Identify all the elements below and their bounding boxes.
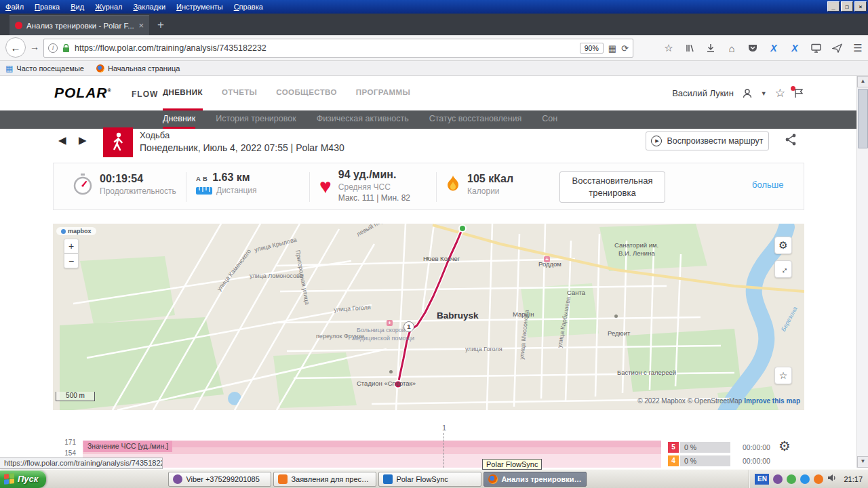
share-icon[interactable] bbox=[784, 133, 797, 148]
start-button[interactable]: Пуск bbox=[0, 470, 46, 488]
restore-button[interactable]: ❐ bbox=[841, 1, 853, 12]
taskbar-button[interactable]: Viber +375299201085 bbox=[168, 472, 271, 487]
menu-item[interactable]: Инструменты bbox=[171, 0, 229, 14]
taskbar-button[interactable]: Анализ тренировки - ... bbox=[484, 472, 587, 487]
download-icon[interactable] bbox=[705, 43, 717, 53]
walking-sport-icon bbox=[103, 127, 133, 157]
taskbar-button-label: Анализ тренировки - ... bbox=[501, 475, 582, 483]
menu-item[interactable]: Журнал bbox=[90, 0, 127, 14]
menu-item[interactable]: Файл bbox=[0, 0, 29, 14]
page-info-icon[interactable]: i bbox=[48, 43, 58, 53]
menu-item[interactable]: Справка bbox=[229, 0, 269, 14]
polar-logo[interactable]: POLAR® bbox=[54, 85, 112, 101]
browser-tab[interactable]: Анализ тренировки - Polar F... × bbox=[9, 15, 149, 35]
tab-close-icon[interactable]: × bbox=[138, 20, 144, 30]
home-icon[interactable]: ⌂ bbox=[726, 43, 738, 54]
ruler-icon bbox=[196, 187, 212, 195]
extension-x2-icon[interactable]: X bbox=[789, 43, 801, 54]
map-fullscreen-icon[interactable]: ↔ bbox=[774, 260, 792, 278]
map-settings-gear-icon[interactable]: ⚙ bbox=[774, 237, 792, 254]
user-name[interactable]: Василий Лукин bbox=[672, 88, 734, 98]
url-text[interactable]: https://flow.polar.com/training/analysis… bbox=[75, 43, 575, 53]
notification-flag-icon[interactable] bbox=[793, 88, 804, 98]
forward-button[interactable]: → bbox=[30, 41, 39, 52]
doc-icon bbox=[278, 474, 288, 484]
menu-item[interactable]: Правка bbox=[29, 0, 65, 14]
replay-route-label: Воспроизвести маршрут bbox=[667, 136, 763, 146]
account-person-icon[interactable] bbox=[742, 88, 753, 99]
favorites-star-icon[interactable]: ☆ bbox=[775, 86, 785, 100]
flowsync-tray-icon[interactable] bbox=[800, 474, 810, 484]
map-labels-layer: улица Крыловаулица Каменскогоулица Ломон… bbox=[53, 224, 804, 410]
taskbar-button[interactable]: Заявления для прессы ... bbox=[273, 472, 376, 487]
new-tab-button[interactable]: + bbox=[157, 18, 164, 32]
previous-session-button[interactable]: ◀ bbox=[58, 134, 66, 146]
update-tray-icon[interactable] bbox=[814, 474, 823, 484]
polar-nav-item[interactable]: ПРОГРАММЫ bbox=[356, 76, 410, 110]
pocket-icon[interactable] bbox=[747, 44, 759, 53]
map-poi-icon bbox=[389, 370, 393, 373]
polar-subnav-item[interactable]: Физическая активность bbox=[317, 110, 409, 129]
system-tray: EN 21:17 bbox=[749, 470, 868, 488]
polar-subnav-item[interactable]: Дневник bbox=[163, 110, 195, 129]
training-benefit-button[interactable]: Восстановительная тренировка bbox=[559, 171, 665, 203]
map-favorite-star-icon[interactable]: ☆ bbox=[774, 367, 792, 384]
map-label: улица Крылова bbox=[254, 237, 298, 253]
lap-marker-label: 1 bbox=[439, 424, 449, 432]
menu-items: ФайлПравкаВидЖурналЗакладкиИнструментыСп… bbox=[0, 0, 269, 14]
map-zoom-out-button[interactable]: − bbox=[64, 253, 79, 268]
polar-subnav-item[interactable]: Сон bbox=[542, 110, 557, 129]
send-tab-icon[interactable] bbox=[831, 43, 843, 53]
hr-zone-band bbox=[83, 454, 661, 468]
chevron-down-icon[interactable]: ▼ bbox=[761, 90, 767, 97]
hamburger-menu-icon[interactable]: ☰ bbox=[852, 42, 864, 54]
close-button[interactable]: × bbox=[854, 1, 867, 12]
bookmark-star-icon[interactable]: ☆ bbox=[663, 42, 675, 54]
bookmark-label: Начальная страница bbox=[108, 64, 180, 73]
menu-item[interactable]: Вид bbox=[65, 0, 90, 14]
taskbar: Пуск Viber +375299201085Заявления для пр… bbox=[0, 469, 868, 488]
map-poi-icon bbox=[387, 320, 393, 326]
zone-percent-bar: 0 % bbox=[680, 455, 730, 466]
extension-x-icon[interactable]: X bbox=[768, 43, 780, 54]
scroll-down-icon[interactable]: ▼ bbox=[857, 456, 868, 468]
replay-route-button[interactable]: ▶ Воспроизвести маршрут bbox=[646, 131, 769, 150]
taskbar-tooltip: Polar FlowSync bbox=[482, 459, 542, 470]
polar-subnav-item[interactable]: Статус восстановления bbox=[429, 110, 522, 129]
taskbar-button[interactable]: Polar FlowSync bbox=[378, 472, 481, 487]
bookmark-home[interactable]: Начальная страница bbox=[96, 64, 180, 73]
viber-tray-icon[interactable] bbox=[773, 474, 783, 484]
grid-icon[interactable]: ▦ bbox=[608, 43, 616, 54]
antivirus-tray-icon[interactable] bbox=[787, 474, 796, 484]
next-session-button[interactable]: ▶ bbox=[79, 134, 87, 146]
bookmark-label: Часто посещаемые bbox=[16, 64, 84, 73]
menu-item[interactable]: Закладки bbox=[127, 0, 171, 14]
polar-subnav-item[interactable]: История тренировок bbox=[216, 110, 296, 129]
more-link[interactable]: больше bbox=[752, 180, 783, 190]
divider bbox=[309, 172, 310, 202]
page-scrollbar[interactable]: ▲ ▼ bbox=[856, 76, 868, 468]
scrollbar-thumb[interactable] bbox=[858, 89, 868, 148]
bookmark-frequent[interactable]: ▦ Часто посещаемые bbox=[5, 64, 84, 73]
scroll-up-icon[interactable]: ▲ bbox=[857, 76, 868, 87]
polar-nav-item[interactable]: ОТЧЕТЫ bbox=[222, 76, 257, 110]
chart-settings-gear-icon[interactable]: ⚙ bbox=[778, 438, 791, 454]
volume-icon[interactable] bbox=[827, 473, 837, 485]
library-icon[interactable] bbox=[684, 43, 696, 53]
url-bar[interactable]: i https://flow.polar.com/training/analys… bbox=[43, 39, 633, 58]
screenshot-monitor-icon[interactable] bbox=[810, 43, 822, 53]
sport-name: Ходьба bbox=[140, 130, 170, 140]
mapbox-logo[interactable]: mapbox bbox=[56, 227, 96, 235]
back-button[interactable]: ← bbox=[5, 37, 26, 58]
polar-nav-item[interactable]: СООБЩЕСТВО bbox=[276, 76, 337, 110]
zoom-level-badge[interactable]: 90% bbox=[580, 43, 604, 54]
minimize-button[interactable]: _ bbox=[827, 1, 840, 12]
route-map[interactable]: улица Крыловаулица Каменскогоулица Ломон… bbox=[53, 224, 804, 410]
reload-icon[interactable]: ⟳ bbox=[621, 43, 629, 54]
polar-nav-item[interactable]: ДНЕВНИК bbox=[163, 76, 203, 110]
duration-stat: 00:19:54 Продолжительность bbox=[73, 173, 176, 196]
map-zoom-in-button[interactable]: + bbox=[64, 239, 79, 253]
improve-map-link[interactable]: Improve this map bbox=[744, 397, 800, 405]
polar-favicon-icon bbox=[15, 22, 22, 29]
language-indicator[interactable]: EN bbox=[755, 474, 769, 485]
